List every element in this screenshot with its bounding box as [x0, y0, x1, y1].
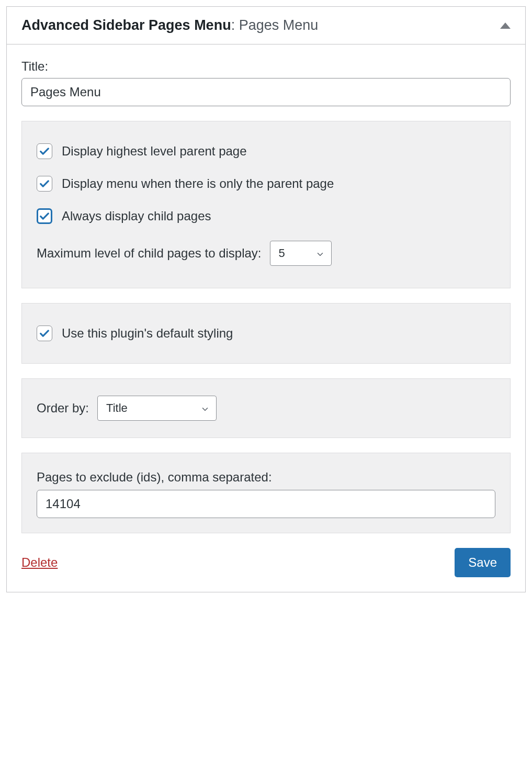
check-icon: [39, 145, 50, 157]
exclude-panel: Pages to exclude (ids), comma separated:: [21, 453, 511, 533]
check-icon: [39, 328, 50, 339]
check-icon: [39, 178, 50, 189]
order-by-value: Title: [106, 401, 128, 415]
checkbox-display-only-parent[interactable]: [37, 176, 52, 192]
order-by-label: Order by:: [37, 401, 89, 416]
max-level-select[interactable]: 5: [270, 241, 332, 266]
max-level-label: Maximum level of child pages to display:: [37, 246, 262, 261]
styling-panel: Use this plugin's default styling: [21, 303, 511, 364]
checkbox-display-highest[interactable]: [37, 143, 52, 159]
title-input[interactable]: [21, 78, 511, 106]
widget-title-main: Advanced Sidebar Pages Menu: [21, 17, 231, 33]
widget-container: Advanced Sidebar Pages Menu: Pages Menu …: [6, 6, 526, 592]
title-label: Title:: [21, 59, 511, 74]
widget-title: Advanced Sidebar Pages Menu: Pages Menu: [21, 17, 318, 33]
order-by-row: Order by: Title: [37, 396, 495, 421]
title-field-block: Title:: [21, 59, 511, 106]
widget-body: Title: Display highest level parent page…: [7, 44, 525, 592]
check-icon: [39, 210, 50, 222]
widget-title-sub-text: Pages Menu: [239, 17, 319, 33]
row-display-only-parent: Display menu when there is only the pare…: [37, 176, 495, 192]
checkbox-default-styling[interactable]: [37, 326, 52, 341]
widget-footer: Delete Save: [21, 548, 511, 577]
order-by-select[interactable]: Title: [97, 396, 217, 421]
order-panel: Order by: Title: [21, 378, 511, 438]
widget-title-sub: : Pages Menu: [231, 17, 319, 33]
display-options-panel: Display highest level parent page Displa…: [21, 121, 511, 288]
row-default-styling: Use this plugin's default styling: [37, 326, 495, 341]
row-display-highest: Display highest level parent page: [37, 143, 495, 159]
max-level-value: 5: [279, 246, 285, 260]
label-default-styling: Use this plugin's default styling: [62, 326, 233, 341]
chevron-down-icon: [200, 403, 210, 413]
exclude-label: Pages to exclude (ids), comma separated:: [37, 470, 495, 485]
checkbox-always-child[interactable]: [37, 208, 52, 224]
collapse-icon[interactable]: [500, 23, 511, 29]
label-display-highest: Display highest level parent page: [62, 144, 247, 159]
label-display-only-parent: Display menu when there is only the pare…: [62, 176, 334, 191]
max-level-row: Maximum level of child pages to display:…: [37, 241, 495, 266]
exclude-input[interactable]: [37, 490, 495, 518]
delete-link[interactable]: Delete: [21, 555, 58, 570]
chevron-down-icon: [315, 249, 325, 258]
widget-header[interactable]: Advanced Sidebar Pages Menu: Pages Menu: [7, 7, 525, 44]
row-always-child: Always display child pages: [37, 208, 495, 224]
label-always-child: Always display child pages: [62, 209, 211, 223]
save-button[interactable]: Save: [455, 548, 511, 577]
